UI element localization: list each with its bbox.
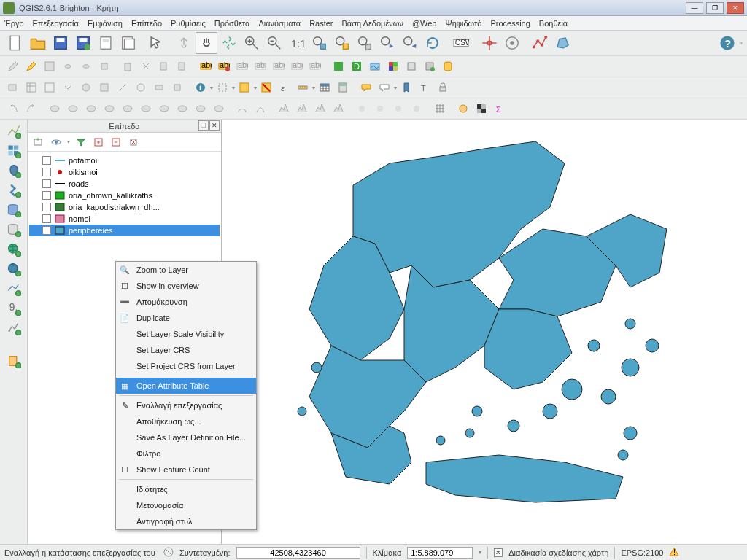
render-checkbox[interactable]: ✕ [494,548,503,557]
menu-raster[interactable]: Raster [309,19,333,28]
scale-dropdown-icon[interactable]: ▾ [479,549,481,556]
map-canvas[interactable] [222,120,747,560]
touch-button[interactable] [173,32,195,54]
paste-icon[interactable] [174,58,191,75]
h2[interactable] [293,100,311,117]
vector-layer-icon[interactable] [5,122,23,140]
identify-button[interactable]: i [192,79,209,96]
crs-label[interactable]: EPSG:2100 [621,548,663,557]
label-g5-icon[interactable]: abc [306,58,324,75]
layer-row-potamoi[interactable]: potamoi [29,155,220,166]
add-group-icon[interactable] [32,136,45,149]
label-g3-icon[interactable]: abc [270,58,287,75]
wfs-icon[interactable] [5,280,23,298]
calc-button[interactable] [334,79,352,96]
g10[interactable] [210,100,228,117]
raster-layer-icon[interactable] [5,142,23,160]
expression-button[interactable]: ε [276,79,293,96]
qc-photo-icon[interactable] [366,58,384,75]
zoom-in-button[interactable] [241,32,263,54]
g3[interactable] [82,100,100,117]
undo-icon[interactable] [4,100,22,117]
ctx-show-in-overview[interactable]: ☐Show in overview [116,278,256,294]
g7[interactable] [155,100,173,117]
menu-vector[interactable]: Διανύσματα [258,19,301,28]
visibility-icon[interactable] [50,136,63,149]
zoom-next-button[interactable] [399,32,421,54]
panel-close-button[interactable]: ✕ [209,120,220,131]
composer-manager-button[interactable] [117,32,139,54]
ctx-set-layer-scale-visibility[interactable]: Set Layer Scale Visibility [116,326,256,342]
grid-icon[interactable] [431,100,449,117]
redo-icon[interactable] [23,100,40,117]
g6[interactable] [137,100,155,117]
expand-icon[interactable] [92,136,105,149]
ctx-open-attribute-table[interactable]: ▦Open Attribute Table [116,378,256,394]
menu-view[interactable]: Εμφάνιση [88,19,123,28]
annotation-button[interactable] [376,79,393,96]
ctx--[interactable]: Αποθήκευση ως... [116,413,256,429]
crs-warn-icon[interactable]: ! [669,547,679,559]
oracle-icon[interactable] [5,221,23,238]
sun3-icon[interactable] [390,100,407,117]
tb3-2[interactable] [23,79,40,96]
gps-button[interactable] [501,32,523,54]
layer-checkbox[interactable] [42,214,51,223]
node-tool-icon[interactable] [96,58,113,75]
label-abc-icon[interactable]: abc [197,58,214,75]
csv-icon[interactable]: 9, [5,300,23,317]
qc-green1-icon[interactable] [330,58,347,75]
ctx-zoom-to-layer[interactable]: 🔍Zoom to Layer [116,262,256,278]
scale-input[interactable] [407,547,473,559]
layer-checkbox[interactable] [42,168,51,176]
deselect-button[interactable] [258,79,275,96]
table-button[interactable] [316,79,333,96]
select-arrow-button[interactable] [145,32,167,54]
pan-to-selection-button[interactable] [218,32,240,54]
qc-green2-icon[interactable]: D [348,58,365,75]
polygon-button[interactable] [551,32,573,54]
polyline-button[interactable] [529,32,551,54]
sigma-icon[interactable]: Σ [491,100,508,117]
new-vector-icon[interactable] [5,319,23,337]
tb3-9[interactable] [150,79,168,96]
sun4-icon[interactable] [408,100,425,117]
sun2-icon[interactable] [371,100,389,117]
menu-processing[interactable]: Processing [490,19,530,28]
g11[interactable] [233,100,251,117]
ctx-set-project-crs-from-layer[interactable]: Set Project CRS from Layer [116,358,256,374]
g8[interactable] [174,100,191,117]
layer-row-oikismoi[interactable]: oikismoi [29,166,220,178]
postgis-icon[interactable] [5,162,23,179]
zoom-out-button[interactable] [263,32,285,54]
zoom-layer-button[interactable] [354,32,376,54]
layer-row-roads[interactable]: roads [29,178,220,190]
remove-layer-icon[interactable] [127,136,140,149]
open-project-button[interactable] [27,32,49,54]
layer-checkbox[interactable] [42,179,51,188]
layer-row-oria_dhmwn_kallikraths[interactable]: oria_dhmwn_kallikraths [29,190,220,201]
add-feature-icon[interactable] [59,58,77,75]
refresh-button[interactable] [422,32,444,54]
panel-undock-button[interactable]: ❐ [198,120,209,131]
sun1-icon[interactable] [353,100,371,117]
save-as-button[interactable] [72,32,94,54]
coord-capture-button[interactable] [479,32,500,54]
ctx--[interactable]: ➖Απομάκρυνση [116,294,256,310]
tips-button[interactable] [357,79,375,96]
maximize-button[interactable]: ❐ [706,2,724,14]
layer-checkbox[interactable] [42,191,51,200]
select-rect-button[interactable] [236,79,253,96]
menu-raster2[interactable]: Ψηφιδωτό [446,19,482,28]
g1[interactable] [46,100,63,117]
close-button[interactable]: ✕ [727,2,744,14]
ctx-save-as-layer-definition-file-[interactable]: Save As Layer Definition File... [116,429,256,446]
cut-icon[interactable] [137,58,155,75]
layer-checkbox[interactable]: ✕ [42,226,51,235]
layer-checkbox[interactable] [42,203,51,211]
ctx-duplicate[interactable]: 📄Duplicate [116,310,256,326]
ctx--[interactable]: ✎Εναλλαγή επεξεργασίας [116,397,256,413]
label-g1-icon[interactable]: abc [233,58,251,75]
ctx--[interactable]: Μετονομασία [116,497,256,513]
pan-button[interactable] [196,32,217,54]
